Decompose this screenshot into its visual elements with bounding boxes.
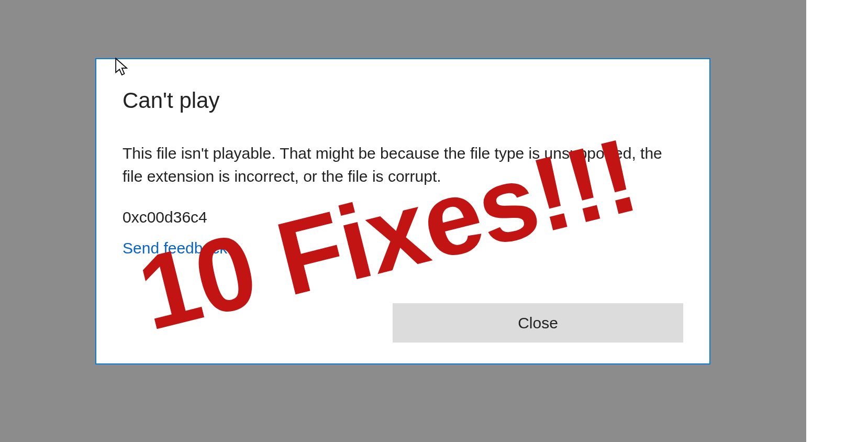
dialog-title: Can't play [123,88,683,113]
dialog-body: This file isn't playable. That might be … [123,142,683,187]
error-dialog: Can't play This file isn't playable. Tha… [95,58,710,364]
send-feedback-link[interactable]: Send feedback [123,239,227,257]
close-button[interactable]: Close [393,303,683,342]
error-code: 0xc00d36c4 [123,208,683,226]
